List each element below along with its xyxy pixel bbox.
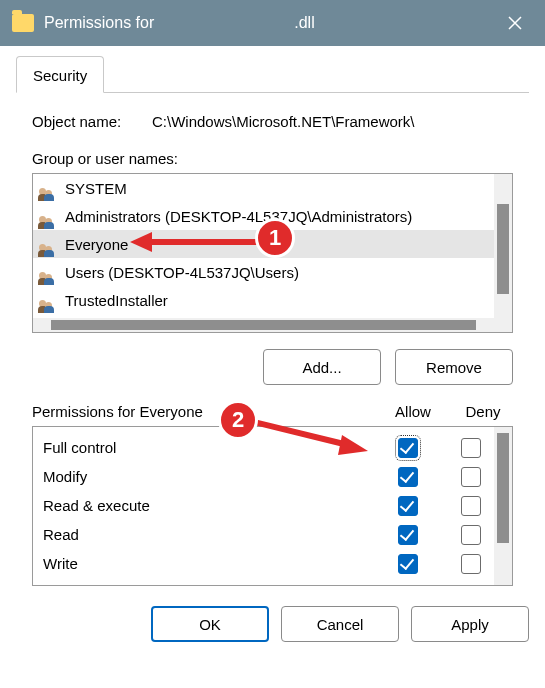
user-row[interactable]: Users (DESKTOP-4L537JQ\Users)	[33, 258, 494, 286]
user-name: Users (DESKTOP-4L537JQ\Users)	[65, 264, 299, 281]
window-title: Permissions for.dll	[44, 14, 315, 32]
object-name-label: Object name:	[32, 113, 152, 130]
permission-row: Full control	[33, 433, 494, 462]
user-name: TrustedInstaller	[65, 292, 168, 309]
remove-button[interactable]: Remove	[395, 349, 513, 385]
allow-checkbox[interactable]	[398, 467, 418, 487]
deny-checkbox[interactable]	[461, 525, 481, 545]
tab-strip: Security	[16, 56, 529, 93]
permission-row: Read & execute	[33, 491, 494, 520]
allow-checkbox[interactable]	[398, 438, 418, 458]
permissions-for-label: Permissions for Everyone	[32, 403, 373, 420]
annotation-badge-2: 2	[218, 400, 258, 440]
tab-security[interactable]: Security	[16, 56, 104, 93]
deny-checkbox[interactable]	[461, 554, 481, 574]
permission-row: Modify	[33, 462, 494, 491]
close-button[interactable]	[495, 15, 535, 31]
apply-button[interactable]: Apply	[411, 606, 529, 642]
horizontal-scrollbar[interactable]	[33, 318, 494, 332]
vertical-scrollbar[interactable]	[494, 427, 512, 585]
allow-column-header: Allow	[373, 403, 453, 420]
cancel-button[interactable]: Cancel	[281, 606, 399, 642]
folder-icon	[12, 14, 34, 32]
deny-checkbox[interactable]	[461, 496, 481, 516]
annotation-badge-1: 1	[255, 218, 295, 258]
permission-name: Write	[43, 555, 368, 572]
titlebar: Permissions for.dll	[0, 0, 545, 46]
ok-button[interactable]: OK	[151, 606, 269, 642]
object-name-value: C:\Windows\Microsoft.NET\Framework\	[152, 113, 415, 130]
permission-name: Read	[43, 526, 368, 543]
vertical-scrollbar[interactable]	[494, 174, 512, 332]
permission-row: Write	[33, 549, 494, 578]
allow-checkbox[interactable]	[398, 554, 418, 574]
user-name: Everyone	[65, 236, 128, 253]
user-name: Administrators (DESKTOP-4L537JQ\Administ…	[65, 208, 412, 225]
permissions-list: Full controlModifyRead & executeReadWrit…	[32, 426, 513, 586]
allow-checkbox[interactable]	[398, 496, 418, 516]
group-list-label: Group or user names:	[32, 150, 513, 167]
deny-column-header: Deny	[453, 403, 513, 420]
permission-name: Full control	[43, 439, 368, 456]
add-button[interactable]: Add...	[263, 349, 381, 385]
deny-checkbox[interactable]	[461, 438, 481, 458]
allow-checkbox[interactable]	[398, 525, 418, 545]
user-name: SYSTEM	[65, 180, 127, 197]
permission-row: Read	[33, 520, 494, 549]
deny-checkbox[interactable]	[461, 467, 481, 487]
permission-name: Modify	[43, 468, 368, 485]
user-row[interactable]: TrustedInstaller	[33, 286, 494, 314]
permission-name: Read & execute	[43, 497, 368, 514]
user-row[interactable]: SYSTEM	[33, 174, 494, 202]
